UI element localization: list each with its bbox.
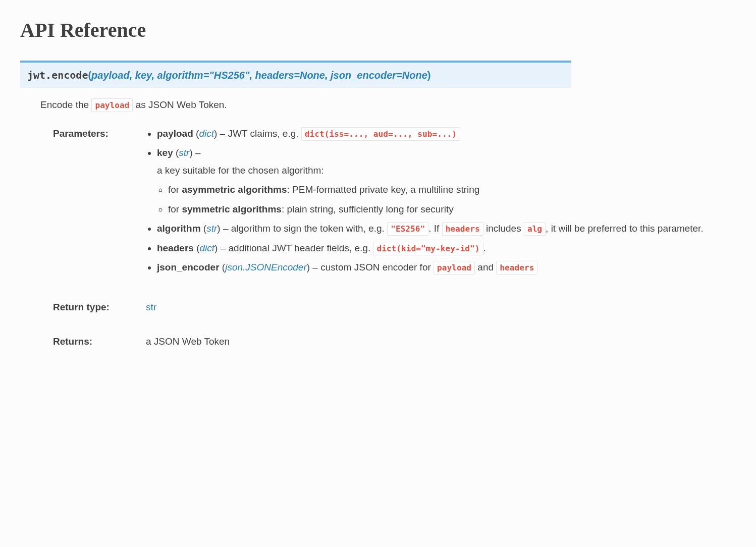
code-es256: "ES256" [387, 222, 428, 236]
key-sym-pre: for [168, 204, 182, 214]
param-algorithm: algorithm (str) – algorithm to sign the … [157, 222, 736, 236]
label-returns: Returns: [53, 335, 134, 349]
function-signature: jwt.encode(payload, key, algorithm="HS25… [20, 61, 571, 88]
page-title: API Reference [20, 15, 736, 45]
code-payload-example: dict(iss=..., aud=..., sub=...) [301, 127, 460, 141]
type-link-dict-headers[interactable]: dict [199, 243, 214, 253]
param-name-json-encoder: json_encoder [157, 262, 220, 272]
parameters-body: payload (dict) – JWT claims, e.g. dict(i… [146, 127, 736, 280]
param-alg-mid2: includes [483, 223, 524, 234]
param-headers: headers (dict) – additional JWT header f… [157, 241, 736, 256]
return-type-link[interactable]: str [146, 302, 156, 312]
param-name-key: key [157, 147, 173, 158]
param-key: key (str) – a key suitable for the chose… [157, 146, 736, 216]
code-je-headers: headers [496, 261, 537, 275]
key-asym-post: : PEM-formatted private key, a multiline… [287, 184, 479, 195]
type-link-jsonencoder[interactable]: json.JSONEncoder [225, 262, 307, 272]
code-je-payload: payload [434, 261, 475, 275]
key-asym-pre: for [168, 184, 182, 195]
param-name-headers: headers [157, 243, 194, 253]
param-desc-payload-pre: – JWT claims, e.g. [217, 128, 301, 139]
param-je-pre: – custom JSON encoder for [310, 262, 434, 272]
sig-name: encode [51, 69, 88, 81]
desc-post: as JSON Web Token. [133, 99, 227, 110]
code-headers-example: dict(kid="my-key-id") [373, 242, 483, 255]
key-sym-post: : plain string, sufficiently long for se… [282, 204, 454, 214]
type-link-str-key[interactable]: str [179, 147, 189, 158]
sig-module: jwt. [27, 69, 51, 81]
param-json-encoder: json_encoder (json.JSONEncoder) – custom… [157, 260, 736, 275]
param-key-asym: for asymmetric algorithms: PEM-formatted… [168, 183, 736, 197]
code-alg-ref: alg [524, 222, 546, 236]
type-link-dict[interactable]: dict [199, 128, 214, 139]
label-parameters: Parameters: [53, 127, 134, 280]
desc-code-payload: payload [91, 98, 133, 112]
desc-pre: Encode the [40, 99, 91, 110]
type-link-str-alg[interactable]: str [206, 223, 217, 234]
sig-close-paren: ) [427, 70, 431, 81]
param-alg-mid1: . If [428, 223, 442, 234]
param-headers-post: . [483, 243, 486, 253]
param-name-algorithm: algorithm [157, 223, 201, 234]
param-key-intro: a key suitable for the chosen algorithm: [157, 163, 736, 178]
key-asym-label: asymmetric algorithms [182, 184, 287, 195]
sig-params: payload, key, algorithm="HS256", headers… [91, 70, 427, 81]
function-description: Encode the payload as JSON Web Token. [40, 98, 736, 113]
param-alg-post: , it will be preferred to this parameter… [546, 223, 704, 234]
return-type-body: str [146, 300, 736, 315]
param-headers-pre: – additional JWT header fields, e.g. [218, 243, 373, 253]
key-sym-label: symmetric algorithms [182, 204, 281, 214]
param-key-dash: – [193, 147, 201, 158]
param-payload: payload (dict) – JWT claims, e.g. dict(i… [157, 127, 736, 141]
param-name-payload: payload [157, 128, 193, 139]
param-key-sym: for symmetric algorithms: plain string, … [168, 202, 736, 217]
code-headers-ref: headers [442, 222, 483, 236]
returns-body: a JSON Web Token [146, 335, 736, 349]
label-return-type: Return type: [53, 300, 134, 315]
param-alg-pre: – algorithm to sign the token with, e.g. [221, 223, 388, 234]
param-je-mid: and [475, 262, 496, 272]
